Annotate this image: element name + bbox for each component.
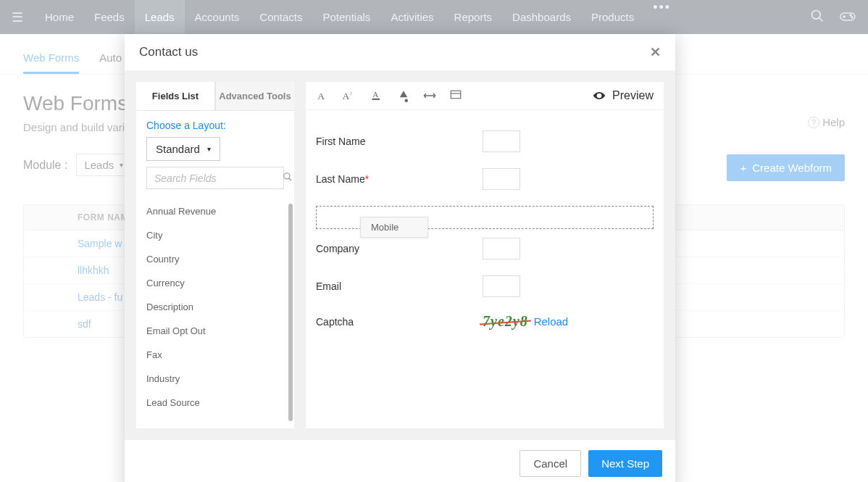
form-label-company: Company <box>316 243 483 254</box>
svg-rect-13 <box>372 99 380 100</box>
form-row-first-name[interactable]: First Name <box>316 130 654 152</box>
form-input-company[interactable] <box>483 238 520 259</box>
font-icon[interactable]: A <box>316 89 329 102</box>
svg-text:A: A <box>343 91 350 101</box>
tab-advanced-tools[interactable]: Advanced Tools <box>215 82 294 110</box>
field-currency[interactable]: Currency <box>146 271 284 295</box>
font-size-icon[interactable]: A↕ <box>342 89 358 102</box>
svg-text:A: A <box>317 91 325 101</box>
form-label-last-name: Last Name* <box>316 173 483 185</box>
form-row-company[interactable]: Company <box>316 238 654 259</box>
modal-title: Contact us <box>139 45 198 59</box>
background-color-icon[interactable] <box>397 89 410 102</box>
form-input-email[interactable] <box>483 275 520 297</box>
form-canvas[interactable]: First Name Last Name* Mobile Company Ema… <box>306 110 664 428</box>
close-icon[interactable]: ✕ <box>650 44 661 60</box>
form-settings-icon[interactable] <box>449 89 462 102</box>
available-fields-list: Annual Revenue City Country Currency Des… <box>136 196 294 428</box>
svg-text:A: A <box>372 90 379 99</box>
preview-label: Preview <box>612 89 654 102</box>
width-icon[interactable] <box>423 91 436 100</box>
field-city[interactable]: City <box>146 223 284 247</box>
form-label-captcha: Captcha <box>316 316 483 328</box>
form-row-last-name[interactable]: Last Name* <box>316 168 654 190</box>
field-country[interactable]: Country <box>146 247 284 271</box>
layout-label: Choose a Layout: <box>146 120 284 131</box>
svg-rect-15 <box>451 91 461 99</box>
preview-button[interactable]: Preview <box>592 89 654 102</box>
scrollbar-thumb[interactable] <box>288 204 293 421</box>
modal-footer: Cancel Next Step <box>125 440 675 482</box>
chevron-down-icon: ▾ <box>207 145 211 153</box>
layout-value: Standard <box>156 143 200 155</box>
editor-toolbar: A A↕ A Preview <box>306 82 664 110</box>
form-row-captcha: Captcha 7ye2y8 Reload <box>316 313 654 330</box>
drop-zone[interactable]: Mobile <box>316 206 654 229</box>
form-label-first-name: First Name <box>316 136 483 147</box>
eye-icon <box>592 91 606 101</box>
field-industry[interactable]: Industry <box>146 367 284 391</box>
field-email-opt-out[interactable]: Email Opt Out <box>146 319 284 343</box>
field-description[interactable]: Description <box>146 295 284 319</box>
field-fax[interactable]: Fax <box>146 343 284 367</box>
form-label-email: Email <box>316 281 483 292</box>
captcha-image: 7ye2y8 <box>483 313 528 330</box>
layout-select[interactable]: Standard ▾ <box>146 137 220 161</box>
form-input-last-name[interactable] <box>483 168 520 190</box>
search-fields-input[interactable] <box>154 173 283 184</box>
search-fields-box[interactable] <box>146 167 284 189</box>
svg-text:↕: ↕ <box>350 91 352 96</box>
tab-fields-list[interactable]: Fields List <box>136 82 215 110</box>
reload-captcha-link[interactable]: Reload <box>534 315 569 328</box>
fields-panel: Fields List Advanced Tools Choose a Layo… <box>136 82 294 428</box>
form-input-first-name[interactable] <box>483 130 520 152</box>
text-color-icon[interactable]: A <box>371 89 384 102</box>
drag-ghost-mobile[interactable]: Mobile <box>360 217 428 238</box>
cancel-button[interactable]: Cancel <box>519 450 581 477</box>
next-step-button[interactable]: Next Step <box>588 450 662 477</box>
form-row-email[interactable]: Email <box>316 275 654 297</box>
svg-point-7 <box>284 173 290 179</box>
search-icon[interactable] <box>283 172 293 184</box>
field-annual-revenue[interactable]: Annual Revenue <box>146 199 284 223</box>
field-lead-source[interactable]: Lead Source <box>146 391 284 415</box>
contact-us-modal: Contact us ✕ Fields List Advanced Tools … <box>125 34 675 482</box>
form-builder-panel: A A↕ A Preview First Name Last Name* <box>306 82 664 428</box>
svg-line-8 <box>289 178 292 181</box>
